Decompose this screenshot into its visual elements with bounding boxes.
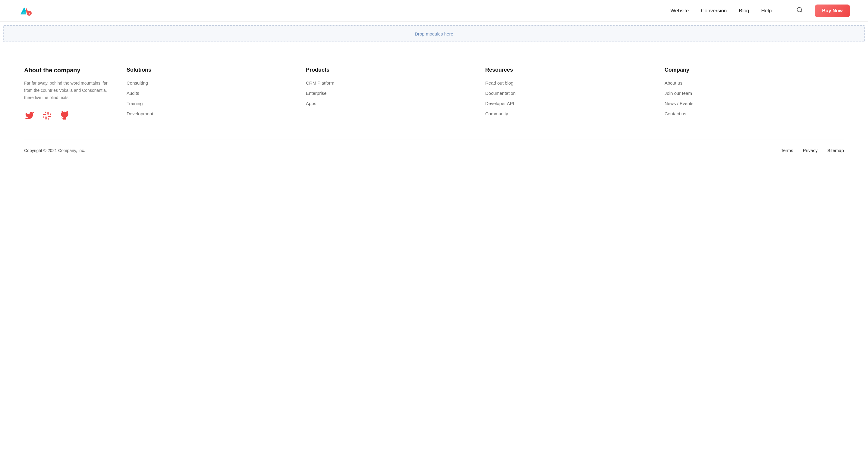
company-join-link[interactable]: Join our team — [664, 91, 692, 96]
company-links: About us Join our team News / Events Con… — [664, 80, 844, 116]
list-item: Audits — [127, 91, 306, 96]
list-item: CRM Platform — [306, 80, 485, 86]
company-title: Company — [664, 67, 844, 73]
footer-col-solutions: Solutions Consulting Audits Training Dev… — [127, 67, 306, 121]
list-item: Community — [485, 111, 664, 116]
products-apps-link[interactable]: Apps — [306, 101, 316, 106]
nav-website-link[interactable]: Website — [670, 8, 689, 14]
solutions-title: Solutions — [127, 67, 306, 73]
resources-blog-link[interactable]: Read out blog — [485, 80, 513, 86]
terms-link[interactable]: Terms — [781, 148, 793, 153]
copyright-text: Copyright © 2021 Company, Inc. — [24, 148, 85, 153]
resources-api-link[interactable]: Developer API — [485, 101, 514, 106]
search-icon[interactable] — [796, 7, 803, 15]
solutions-development-link[interactable]: Development — [127, 111, 153, 116]
list-item: Documentation — [485, 91, 664, 96]
footer-bottom-links: Terms Privacy Sitemap — [781, 148, 844, 153]
products-enterprise-link[interactable]: Enterprise — [306, 91, 327, 96]
drop-zone-label: Drop modules here — [415, 31, 453, 36]
sitemap-link[interactable]: Sitemap — [827, 148, 844, 153]
list-item: Contact us — [664, 111, 844, 116]
slack-icon[interactable] — [41, 110, 53, 121]
company-about-link[interactable]: About us — [664, 80, 682, 86]
footer-content: About the company Far far away, behind t… — [0, 46, 868, 139]
buy-now-button[interactable]: Buy Now — [815, 4, 850, 17]
footer-about-description: Far far away, behind the word mountains,… — [24, 80, 108, 101]
list-item: About us — [664, 80, 844, 86]
solutions-consulting-link[interactable]: Consulting — [127, 80, 148, 86]
company-news-link[interactable]: News / Events — [664, 101, 693, 106]
footer-col-resources: Resources Read out blog Documentation De… — [485, 67, 664, 121]
privacy-link[interactable]: Privacy — [803, 148, 818, 153]
logo[interactable]: 3 — [18, 3, 34, 19]
nav-help-link[interactable]: Help — [761, 8, 772, 14]
github-icon[interactable] — [59, 110, 70, 121]
list-item: Consulting — [127, 80, 306, 86]
list-item: Development — [127, 111, 306, 116]
solutions-links: Consulting Audits Training Development — [127, 80, 306, 116]
list-item: Read out blog — [485, 80, 664, 86]
svg-text:3: 3 — [28, 12, 30, 15]
nav-divider — [784, 7, 784, 14]
list-item: Join our team — [664, 91, 844, 96]
svg-line-3 — [801, 11, 802, 12]
resources-docs-link[interactable]: Documentation — [485, 91, 516, 96]
drop-zone[interactable]: Drop modules here — [3, 25, 865, 42]
social-icons — [24, 110, 108, 121]
footer-about: About the company Far far away, behind t… — [24, 67, 127, 121]
nav-links: Website Conversion Blog Help Buy Now — [670, 4, 850, 17]
footer-col-company: Company About us Join our team News / Ev… — [664, 67, 844, 121]
resources-community-link[interactable]: Community — [485, 111, 508, 116]
resources-links: Read out blog Documentation Developer AP… — [485, 80, 664, 116]
footer-about-title: About the company — [24, 67, 108, 74]
list-item: Apps — [306, 101, 485, 106]
nav-blog-link[interactable]: Blog — [739, 8, 749, 14]
list-item: News / Events — [664, 101, 844, 106]
list-item: Developer API — [485, 101, 664, 106]
footer-columns: Solutions Consulting Audits Training Dev… — [127, 67, 844, 121]
list-item: Training — [127, 101, 306, 106]
resources-title: Resources — [485, 67, 664, 73]
footer-bottom: Copyright © 2021 Company, Inc. Terms Pri… — [0, 139, 868, 161]
twitter-icon[interactable] — [24, 110, 35, 121]
company-contact-link[interactable]: Contact us — [664, 111, 686, 116]
solutions-audits-link[interactable]: Audits — [127, 91, 139, 96]
navbar: 3 Website Conversion Blog Help Buy Now — [0, 0, 868, 22]
list-item: Enterprise — [306, 91, 485, 96]
solutions-training-link[interactable]: Training — [127, 101, 143, 106]
products-title: Products — [306, 67, 485, 73]
products-crm-link[interactable]: CRM Platform — [306, 80, 334, 86]
products-links: CRM Platform Enterprise Apps — [306, 80, 485, 106]
footer-col-products: Products CRM Platform Enterprise Apps — [306, 67, 485, 121]
nav-conversion-link[interactable]: Conversion — [701, 8, 727, 14]
